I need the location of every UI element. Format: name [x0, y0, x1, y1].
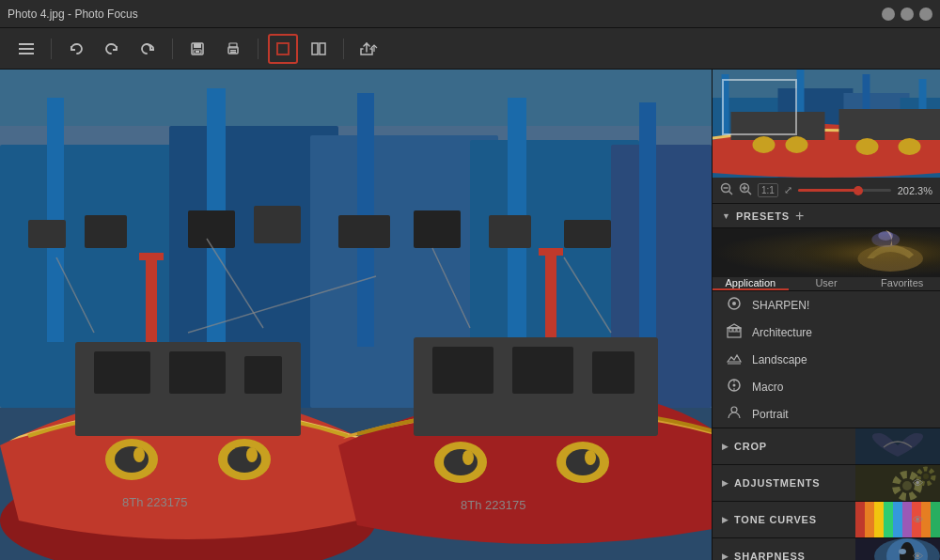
redo2-button[interactable]	[133, 34, 163, 64]
svg-rect-12	[312, 43, 318, 54]
presets-section-header[interactable]: ▼ PRESETS +	[713, 204, 940, 228]
preset-item-portrait[interactable]: Portrait	[713, 400, 940, 428]
tone-curves-section: ▶ TONE CURVES 👁	[713, 502, 940, 538]
undo-button[interactable]	[61, 34, 91, 64]
svg-point-82	[856, 138, 879, 155]
print-button[interactable]	[218, 34, 248, 64]
redo-button[interactable]	[97, 34, 127, 64]
tone-curves-collapse-arrow: ▶	[722, 515, 728, 524]
zoom-value: 202.3%	[897, 185, 932, 196]
zoom-out-icon[interactable]	[720, 182, 733, 198]
zoom-fit2-icon[interactable]: ⤢	[784, 184, 792, 196]
toolbar	[0, 28, 940, 70]
svg-line-88	[748, 192, 752, 195]
svg-rect-100	[733, 328, 736, 332]
svg-rect-10	[230, 52, 236, 54]
zoom-100-icon[interactable]: 1:1	[758, 183, 778, 197]
presets-list: SHARPEN! Architecture Landscape Macro	[713, 291, 940, 428]
preset-item-landscape[interactable]: Landscape	[713, 346, 940, 373]
adjustments-section-header[interactable]: ▶ ADJUSTMENTS 👁	[713, 465, 940, 501]
svg-point-106	[731, 407, 737, 412]
minimize-button[interactable]	[882, 8, 895, 21]
svg-rect-4	[194, 43, 201, 48]
sharpness-eye-icon[interactable]: 👁	[913, 551, 923, 560]
svg-point-127	[899, 549, 906, 554]
preset-macro-icon	[726, 378, 743, 396]
preset-landscape-icon	[726, 350, 743, 368]
preset-macro-label: Macro	[752, 381, 783, 394]
svg-rect-33	[414, 210, 461, 248]
crop-section-header[interactable]: ▶ CROP	[713, 428, 940, 464]
preset-item-sharpen[interactable]: SHARPEN!	[713, 291, 940, 319]
preset-landscape-label: Landscape	[752, 353, 807, 366]
close-button[interactable]	[919, 8, 932, 21]
photo-display: 8Th 223175 8Th 223175	[0, 70, 712, 560]
zoom-fit-icon[interactable]	[739, 182, 752, 198]
preset-portrait-icon	[726, 405, 743, 423]
tab-application[interactable]: Application	[713, 277, 789, 290]
preset-portrait-label: Portrait	[752, 408, 789, 421]
title-bar-left: Photo 4.jpg - Photo Focus	[8, 8, 138, 21]
maximize-button[interactable]	[901, 8, 914, 21]
preset-architecture-label: Architecture	[752, 326, 812, 339]
svg-rect-99	[729, 328, 732, 332]
svg-rect-32	[338, 215, 390, 248]
svg-rect-39	[169, 351, 226, 394]
preset-item-architecture[interactable]: Architecture	[713, 319, 940, 346]
tone-curves-eye-icon[interactable]: 👁	[913, 514, 923, 525]
lamp-glow	[713, 228, 940, 277]
save-button[interactable]	[182, 34, 212, 64]
svg-rect-51	[592, 351, 634, 394]
adjustments-collapse-arrow: ▶	[722, 478, 728, 488]
svg-rect-65	[545, 253, 556, 337]
svg-rect-49	[432, 347, 494, 394]
tab-user[interactable]: User	[789, 277, 865, 290]
crop-section: ▶ CROP	[713, 428, 940, 465]
photo-canvas-area[interactable]: 8Th 223175 8Th 223175	[0, 70, 712, 560]
svg-rect-6	[196, 51, 199, 53]
svg-rect-29	[85, 215, 127, 248]
presets-add-icon[interactable]: +	[795, 208, 804, 225]
sharpness-section-header[interactable]: ▶ SHARPNESS 👁	[713, 538, 940, 560]
menu-button[interactable]	[11, 34, 41, 64]
tone-curves-section-header[interactable]: ▶ TONE CURVES 👁	[713, 502, 940, 537]
svg-rect-115	[865, 502, 874, 537]
preset-item-macro[interactable]: Macro	[713, 373, 940, 400]
svg-rect-30	[188, 210, 235, 248]
svg-rect-28	[28, 220, 66, 248]
crop-thumb	[855, 428, 940, 464]
svg-text:8Th 223175: 8Th 223175	[122, 495, 187, 509]
toolbar-separator-4	[343, 39, 344, 59]
svg-rect-35	[564, 220, 611, 248]
svg-rect-34	[489, 215, 531, 248]
zoom-slider[interactable]	[798, 189, 891, 192]
svg-rect-64	[146, 257, 157, 342]
view1-button[interactable]	[268, 34, 298, 64]
crop-collapse-arrow: ▶	[722, 442, 728, 451]
window-controls[interactable]	[882, 8, 932, 21]
thumbnail-area	[713, 70, 940, 178]
share-button[interactable]	[353, 34, 384, 64]
svg-rect-114	[855, 502, 865, 537]
zoom-slider-thumb[interactable]	[854, 186, 863, 195]
svg-rect-119	[902, 502, 912, 537]
zoom-bar: 1:1 ⤢ 202.3%	[713, 178, 940, 204]
svg-line-85	[729, 192, 733, 195]
lamp-image-area	[713, 228, 940, 277]
thumbnail-image	[713, 70, 940, 178]
tab-favorites[interactable]: Favorites	[864, 277, 940, 290]
view2-button[interactable]	[304, 34, 334, 64]
svg-rect-101	[737, 328, 740, 332]
svg-rect-50	[512, 347, 573, 394]
svg-rect-38	[94, 351, 150, 394]
sharpness-thumb	[855, 538, 940, 560]
svg-rect-9	[230, 50, 236, 52]
sharpness-section: ▶ SHARPNESS 👁	[713, 538, 940, 560]
preset-sharpen-icon	[726, 296, 743, 314]
svg-point-54	[462, 450, 474, 465]
svg-rect-122	[931, 502, 940, 537]
adjustments-eye-icon[interactable]: 👁	[913, 477, 923, 489]
svg-rect-118	[893, 502, 902, 537]
presets-label: PRESETS	[736, 210, 790, 222]
toolbar-separator-2	[172, 39, 173, 59]
